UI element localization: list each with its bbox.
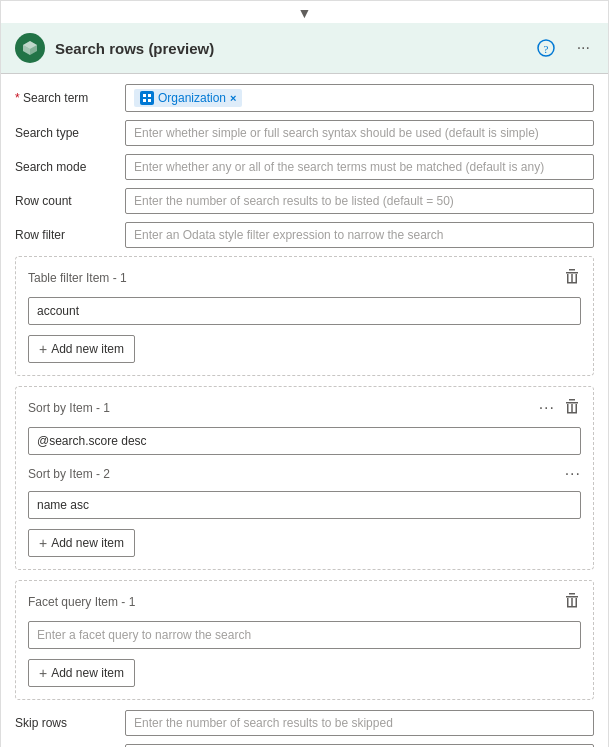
row-count-row: Row count (15, 188, 594, 214)
table-filter-section: Table filter Item - 1 (15, 256, 594, 376)
svg-rect-6 (566, 272, 578, 274)
svg-text:?: ? (543, 43, 548, 55)
svg-rect-7 (569, 269, 575, 271)
table-filter-add-btn[interactable]: + Add new item (28, 335, 135, 363)
facet-add-btn-label: Add new item (51, 666, 124, 680)
row-filter-row: Row filter (15, 222, 594, 248)
search-term-row: * Search term Organization × (15, 84, 594, 112)
row-filter-input[interactable] (125, 222, 594, 248)
svg-rect-17 (567, 412, 577, 414)
facet-query-actions (563, 591, 581, 613)
skip-rows-input[interactable] (125, 710, 594, 736)
sort-item-2-input[interactable] (28, 491, 581, 519)
table-filter-delete-btn[interactable] (563, 267, 581, 289)
table-filter-input[interactable] (28, 297, 581, 325)
sort-item-1-dots-btn[interactable]: ··· (539, 399, 555, 417)
search-type-row: Search type (15, 120, 594, 146)
help-button[interactable]: ? (533, 37, 559, 59)
svg-rect-8 (567, 274, 569, 282)
svg-rect-3 (148, 94, 151, 97)
tag-table-icon (140, 91, 154, 105)
row-count-input[interactable] (125, 188, 594, 214)
svg-rect-9 (571, 274, 573, 282)
svg-rect-19 (569, 593, 575, 595)
sort-item-2-header: Sort by Item - 2 ··· (28, 465, 581, 483)
header-right: ? ··· (533, 37, 594, 59)
svg-rect-5 (148, 99, 151, 102)
search-type-input[interactable] (125, 120, 594, 146)
sort-item-1-title: Sort by Item - 1 (28, 401, 110, 415)
sort-item-2-dots-btn[interactable]: ··· (565, 465, 581, 483)
sort-add-btn-label: Add new item (51, 536, 124, 550)
svg-rect-22 (576, 598, 578, 606)
facet-query-section: Facet query Item - 1 (15, 580, 594, 700)
sort-add-plus-icon: + (39, 535, 47, 551)
skip-rows-row: Skip rows (15, 710, 594, 736)
table-filter-title: Table filter Item - 1 (28, 271, 127, 285)
svg-rect-15 (571, 404, 573, 412)
app-icon (15, 33, 45, 63)
facet-query-delete-btn[interactable] (563, 591, 581, 613)
search-mode-row: Search mode (15, 154, 594, 180)
main-panel: ▼ Search rows (preview) ? ·· (0, 0, 609, 747)
search-mode-input[interactable] (125, 154, 594, 180)
more-button[interactable]: ··· (573, 37, 594, 59)
sort-item-1-actions: ··· (539, 397, 581, 419)
svg-rect-14 (567, 404, 569, 412)
facet-add-plus-icon: + (39, 665, 47, 681)
connector-top: ▼ (1, 1, 608, 23)
panel-header: Search rows (preview) ? ··· (1, 23, 608, 74)
organization-tag[interactable]: Organization × (134, 89, 242, 107)
row-filter-label: Row filter (15, 228, 125, 242)
sort-item-1-delete-btn[interactable] (563, 397, 581, 419)
sort-section: Sort by Item - 1 ··· (15, 386, 594, 570)
add-btn-label: Add new item (51, 342, 124, 356)
svg-rect-20 (567, 598, 569, 606)
sort-item-1-header: Sort by Item - 1 ··· (28, 397, 581, 419)
panel-body: * Search term Organization × (1, 74, 608, 747)
svg-rect-18 (566, 596, 578, 598)
svg-rect-16 (576, 404, 578, 412)
table-filter-actions (563, 267, 581, 289)
facet-query-header: Facet query Item - 1 (28, 591, 581, 613)
search-term-label: * Search term (15, 91, 125, 105)
svg-rect-13 (569, 399, 575, 401)
panel-title: Search rows (preview) (55, 40, 214, 57)
svg-rect-2 (143, 94, 146, 97)
table-filter-header: Table filter Item - 1 (28, 267, 581, 289)
tag-text: Organization (158, 91, 226, 105)
header-left: Search rows (preview) (15, 33, 214, 63)
svg-rect-11 (567, 282, 577, 284)
svg-rect-4 (143, 99, 146, 102)
sort-item-2-title: Sort by Item - 2 (28, 467, 110, 481)
svg-rect-23 (567, 606, 577, 608)
search-type-label: Search type (15, 126, 125, 140)
facet-query-input[interactable] (28, 621, 581, 649)
sort-add-btn[interactable]: + Add new item (28, 529, 135, 557)
search-mode-label: Search mode (15, 160, 125, 174)
svg-rect-10 (576, 274, 578, 282)
svg-rect-12 (566, 402, 578, 404)
skip-rows-label: Skip rows (15, 716, 125, 730)
row-count-label: Row count (15, 194, 125, 208)
sort-item-1-input[interactable] (28, 427, 581, 455)
add-plus-icon: + (39, 341, 47, 357)
tag-close-btn[interactable]: × (230, 92, 236, 104)
search-term-input[interactable]: Organization × (125, 84, 594, 112)
sort-item-2-actions: ··· (565, 465, 581, 483)
facet-query-add-btn[interactable]: + Add new item (28, 659, 135, 687)
facet-query-title: Facet query Item - 1 (28, 595, 135, 609)
svg-rect-21 (571, 598, 573, 606)
